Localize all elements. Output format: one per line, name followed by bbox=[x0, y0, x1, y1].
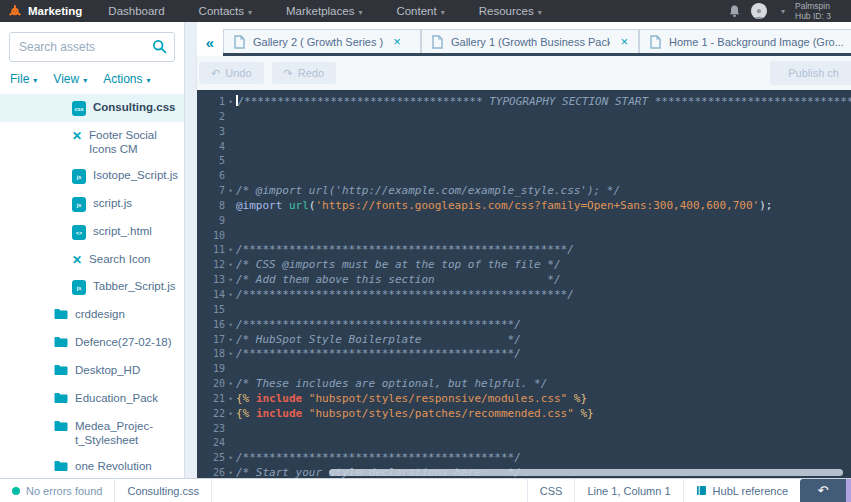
code-line[interactable]: 22▾{% include "hubspot/styles/patches/re… bbox=[197, 407, 851, 422]
horizontal-scrollbar[interactable] bbox=[329, 469, 843, 476]
code-line[interactable]: 11▾/************************************… bbox=[197, 243, 851, 258]
file-item-script-html[interactable]: <>script_.html bbox=[0, 218, 184, 246]
hubl-reference-link[interactable]: HubL reference bbox=[683, 479, 800, 502]
code-text: /***************************************… bbox=[236, 243, 851, 258]
fold-arrow-icon[interactable]: ▾ bbox=[225, 258, 236, 273]
token-fn: url bbox=[289, 199, 309, 212]
code-line[interactable]: 5 bbox=[197, 154, 851, 169]
user-avatar[interactable] bbox=[751, 3, 767, 19]
folder-item-medea-projec-t-stylesheet[interactable]: Medea_Projec-t_Stylesheet bbox=[0, 413, 184, 453]
file-item-search-icon[interactable]: ✕Search Icon bbox=[0, 246, 184, 273]
code-line[interactable]: 2 bbox=[197, 110, 851, 125]
code-line[interactable]: 14▾/************************************… bbox=[197, 288, 851, 303]
account-info[interactable]: Palmspin Hub ID: 3 bbox=[795, 1, 843, 21]
editor-tab-gallery-1-gro[interactable]: Gallery 1 (Growth Business Pack)× bbox=[421, 29, 639, 53]
fold-arrow-icon[interactable]: ▾ bbox=[225, 243, 236, 258]
collapse-panel-button[interactable]: ↶ bbox=[800, 479, 846, 502]
nav-item-content[interactable]: Content▾ bbox=[396, 5, 444, 17]
file-item-tabber-script-js[interactable]: jsTabber_Script.js bbox=[0, 273, 184, 301]
code-line[interactable]: 24 bbox=[197, 436, 851, 451]
folder-icon bbox=[54, 392, 68, 407]
code-editor[interactable]: 1▾/************************************ … bbox=[197, 90, 851, 478]
fold-arrow-icon[interactable]: ▾ bbox=[225, 288, 236, 303]
code-line[interactable]: 8@import url('https://fonts.googleapis.c… bbox=[197, 199, 851, 214]
file-item-label: script.js bbox=[93, 196, 132, 210]
code-text bbox=[236, 362, 851, 377]
code-line[interactable]: 16▾/************************************… bbox=[197, 318, 851, 333]
finder-sidebar: File▾View▾Actions▾ cssConsulting.css✕Foo… bbox=[0, 22, 185, 478]
code-line[interactable]: 23 bbox=[197, 422, 851, 437]
code-line[interactable]: 12▾/* CSS @imports must be at the top of… bbox=[197, 258, 851, 273]
folder-item-desktop-hd[interactable]: Desktop_HD bbox=[0, 357, 184, 385]
fold-arrow-icon[interactable]: ▾ bbox=[225, 451, 236, 466]
nav-item-marketplaces[interactable]: Marketplaces▾ bbox=[286, 5, 362, 17]
folder-item-crddesign[interactable]: crddesign bbox=[0, 301, 184, 329]
search-input[interactable] bbox=[9, 32, 175, 62]
code-line[interactable]: 10 bbox=[197, 229, 851, 244]
code-line[interactable]: 19 bbox=[197, 362, 851, 377]
folder-item-one-revolution[interactable]: one Revolution bbox=[0, 453, 184, 478]
fold-arrow-icon[interactable]: ▾ bbox=[225, 273, 236, 288]
fold-arrow-icon[interactable]: ▾ bbox=[225, 392, 236, 407]
fold-arrow-icon[interactable]: ▾ bbox=[225, 347, 236, 362]
code-line[interactable]: 4 bbox=[197, 140, 851, 155]
code-line[interactable]: 17▾/* HubSpot Style Boilerplate */ bbox=[197, 333, 851, 348]
editor-tab-gallery-2-gr[interactable]: Gallery 2 ( Growth Series )× bbox=[223, 29, 421, 53]
fold-arrow-icon[interactable]: ▾ bbox=[225, 318, 236, 333]
token-dl: %} bbox=[574, 392, 587, 405]
menu-actions[interactable]: Actions▾ bbox=[103, 72, 150, 86]
fold-gutter bbox=[225, 362, 236, 377]
code-line[interactable]: 15 bbox=[197, 303, 851, 318]
code-line[interactable]: 6 bbox=[197, 169, 851, 184]
code-line[interactable]: 13▾/* Add them above this section */ bbox=[197, 273, 851, 288]
file-item-isotope-script-js[interactable]: jsIsotope_Script.js bbox=[0, 162, 184, 190]
menu-view[interactable]: View▾ bbox=[53, 72, 87, 86]
app-title[interactable]: Marketing bbox=[28, 5, 82, 17]
hubl-reference-label: HubL reference bbox=[713, 485, 788, 497]
nav-item-resources[interactable]: Resources▾ bbox=[479, 5, 542, 17]
statusbar-filename[interactable]: Consulting.css bbox=[115, 479, 212, 502]
redo-button[interactable]: ↷ Redo bbox=[272, 62, 337, 84]
fold-arrow-icon[interactable]: ▾ bbox=[225, 333, 236, 348]
folder-item-education-pack[interactable]: Education_Pack bbox=[0, 385, 184, 413]
line-number: 19 bbox=[197, 362, 225, 377]
token-pl: ); bbox=[759, 199, 772, 212]
code-line[interactable]: 20▾/* These includes are optional, but h… bbox=[197, 377, 851, 392]
hubspot-sprocket-icon[interactable] bbox=[8, 4, 22, 19]
folder-icon bbox=[54, 460, 68, 475]
account-caret-down-icon[interactable]: ▾ bbox=[781, 7, 785, 16]
tab-close-icon[interactable]: × bbox=[620, 34, 628, 49]
code-line[interactable]: 9 bbox=[197, 214, 851, 229]
editor-tab-home-1-backg[interactable]: Home 1 - Background Image (Gro...× bbox=[639, 29, 851, 53]
publish-changes-button[interactable]: Publish ch bbox=[770, 61, 851, 85]
file-item-footer-social-icons-cm[interactable]: ✕Footer Social Icons CM bbox=[0, 122, 184, 162]
nav-item-dashboard[interactable]: Dashboard bbox=[108, 5, 164, 17]
fold-arrow-icon[interactable]: ▾ bbox=[225, 95, 236, 110]
code-line[interactable]: 7▾/* @import url('http://example.com/exa… bbox=[197, 184, 851, 199]
file-item-consulting-css[interactable]: cssConsulting.css bbox=[0, 94, 184, 122]
token-cm: /***************************************… bbox=[236, 347, 521, 360]
folder-item-defence-27-02-18[interactable]: Defence(27-02-18) bbox=[0, 329, 184, 357]
code-line[interactable]: 1▾/************************************ … bbox=[197, 95, 851, 110]
undo-button[interactable]: ↶ Undo bbox=[199, 62, 264, 84]
fold-arrow-icon[interactable]: ▾ bbox=[225, 184, 236, 199]
code-text: @import url('https://fonts.googleapis.co… bbox=[236, 199, 851, 214]
nav-item-contacts[interactable]: Contacts▾ bbox=[199, 5, 252, 17]
menu-file[interactable]: File▾ bbox=[10, 72, 37, 86]
collapse-tabs-icon[interactable]: « bbox=[197, 29, 223, 56]
code-line[interactable]: 18▾/************************************… bbox=[197, 347, 851, 362]
code-line[interactable]: 25▾/************************************… bbox=[197, 451, 851, 466]
notifications-bell-icon[interactable] bbox=[728, 4, 741, 18]
tab-bar: « Gallery 2 ( Growth Series )×Gallery 1 … bbox=[197, 22, 851, 56]
fold-arrow-icon[interactable]: ▾ bbox=[225, 407, 236, 422]
fold-arrow-icon[interactable]: ▾ bbox=[225, 377, 236, 392]
search-icon[interactable] bbox=[152, 39, 167, 58]
tab-close-icon[interactable]: × bbox=[393, 34, 401, 49]
fold-arrow-icon[interactable]: ▾ bbox=[225, 466, 236, 478]
file-type-icon: js bbox=[72, 169, 86, 184]
line-number: 12 bbox=[197, 258, 225, 273]
file-item-script-js[interactable]: jsscript.js bbox=[0, 190, 184, 218]
code-line[interactable]: 3 bbox=[197, 125, 851, 140]
language-mode[interactable]: CSS bbox=[527, 479, 575, 502]
code-line[interactable]: 21▾{% include "hubspot/styles/responsive… bbox=[197, 392, 851, 407]
